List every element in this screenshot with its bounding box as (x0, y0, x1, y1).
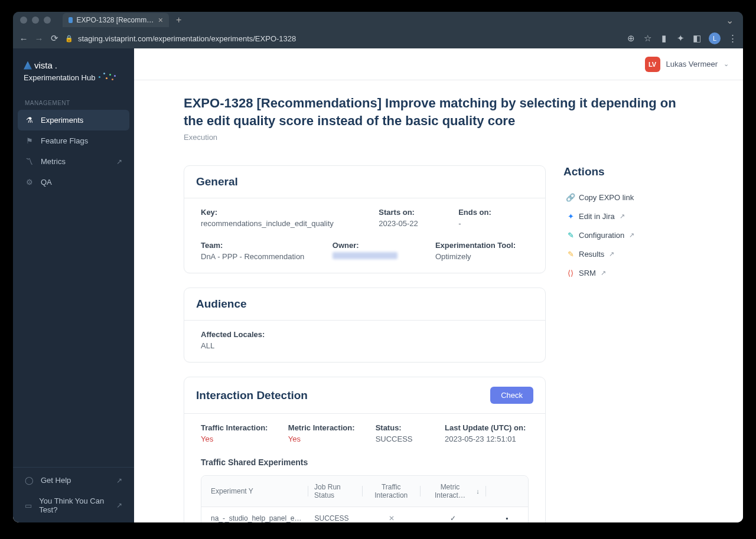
tabs-dropdown-icon[interactable]: ⌄ (726, 15, 734, 26)
nav-label: Metrics (41, 157, 66, 166)
external-link-icon: ↗ (116, 476, 122, 485)
chevron-down-icon[interactable]: ⌄ (724, 60, 729, 68)
main-content: LV Lukas Vermeer ⌄ EXPO-1328 [Recommenda… (134, 48, 743, 522)
url-bar[interactable]: 🔒 staging.vistaprint.com/experimentation… (65, 34, 620, 43)
sidebar-item-experiments[interactable]: ⚗ Experiments (18, 110, 129, 130)
browser-toolbar: ← → ⟳ 🔒 staging.vistaprint.com/experimen… (13, 28, 743, 48)
lock-icon: 🔒 (65, 35, 73, 43)
card-title: Audience (196, 298, 533, 311)
help-icon: ◯ (25, 476, 34, 485)
profile-avatar[interactable]: L (709, 32, 721, 44)
external-link-icon: ↗ (116, 158, 122, 166)
locales-label: Affected Locales: (201, 330, 529, 339)
logo[interactable]: vista. Experimentation Hub (13, 58, 134, 95)
th-experiment[interactable]: Experiment Y (201, 480, 308, 502)
cell-metric: ✓ (420, 507, 485, 522)
nav-label: Experiments (41, 116, 83, 125)
minimize-window[interactable] (32, 17, 39, 24)
link-icon: 🔗 (566, 192, 575, 202)
page-subtitle: Execution (184, 133, 693, 142)
browser-tab[interactable]: EXPO-1328 [Recommendation… × (63, 13, 169, 27)
external-link-icon: ↗ (116, 501, 122, 509)
metric-label: Metric Interaction: (288, 423, 366, 432)
back-button[interactable]: ← (19, 34, 28, 43)
bookmark-icon[interactable]: ☆ (643, 34, 652, 43)
locales-value: ALL (201, 341, 529, 350)
update-value: 2023-05-23 12:51:01 (445, 435, 529, 443)
page-title: EXPO-1328 [Recommendations] Improve matc… (184, 94, 693, 129)
th-traffic[interactable]: Traffic Interaction (363, 476, 420, 507)
window-titlebar: EXPO-1328 [Recommendation… × + ⌄ (13, 12, 743, 28)
owner-label: Owner: (333, 241, 426, 250)
table-header: Experiment Y Job Run Status Traffic Inte… (201, 476, 528, 507)
status-value: SUCCESS (376, 435, 435, 443)
new-tab-button[interactable]: + (176, 15, 181, 25)
sidepanel-icon[interactable]: ◧ (692, 34, 702, 43)
external-link-icon: ↗ (609, 250, 614, 258)
ends-value: - (458, 219, 529, 228)
th-actions (486, 484, 528, 498)
tabstrip: EXPO-1328 [Recommendation… × + (63, 13, 726, 27)
action-edit-jira[interactable]: ✦ Edit in Jira ↗ (563, 207, 693, 226)
interaction-card: Interaction Detection Check Traffic Inte… (184, 377, 546, 522)
install-icon[interactable]: ⊕ (626, 34, 636, 43)
flag-icon: ⚑ (25, 136, 34, 145)
audience-card: Audience Affected Locales: ALL (184, 288, 546, 362)
results-icon: ✎ (566, 249, 575, 259)
external-link-icon: ↗ (629, 231, 634, 239)
topbar: LV Lukas Vermeer ⌄ (134, 48, 743, 80)
sidebar-item-think-test[interactable]: ▭ You Think You Can Test? ↗ (13, 491, 134, 520)
sidebar-item-get-help[interactable]: ◯ Get Help ↗ (13, 470, 134, 491)
team-value: DnA - PPP - Recommendation (201, 252, 323, 261)
forward-button[interactable]: → (34, 34, 44, 43)
tool-label: Experimentation Tool: (435, 241, 529, 250)
action-results[interactable]: ✎ Results ↗ (563, 244, 693, 263)
close-tab-icon[interactable]: × (158, 15, 163, 25)
sidebar-item-qa[interactable]: ⚙ QA (13, 172, 134, 192)
tool-value: Optimizely (435, 252, 529, 261)
sidebar-item-metrics[interactable]: 〽 Metrics ↗ (13, 151, 134, 172)
extensions-icon[interactable]: ✦ (676, 34, 685, 43)
shared-experiments-heading: Traffic Shared Experiments (201, 458, 529, 467)
cell-experiment: na_-_studio_help_panel_experiment__ex… (201, 507, 308, 522)
actions-title: Actions (563, 165, 693, 178)
th-metric[interactable]: Metric Interact…↓ (421, 476, 485, 507)
close-window[interactable] (20, 17, 27, 24)
update-label: Last Update (UTC) on: (445, 423, 529, 432)
key-value: recommendations_include_edit_quality (201, 219, 369, 228)
tab-favicon (69, 17, 73, 23)
card-title: General (196, 175, 533, 188)
nav-label: You Think You Can Test? (39, 496, 109, 514)
tab-title: EXPO-1328 [Recommendation… (76, 16, 154, 24)
maximize-window[interactable] (44, 17, 51, 24)
menu-icon[interactable]: ⋮ (728, 34, 737, 43)
traffic-label: Traffic Interaction: (201, 423, 279, 432)
shared-experiments-table: Experiment Y Job Run Status Traffic Inte… (201, 475, 529, 522)
gear-icon: ⚙ (25, 178, 34, 187)
reload-button[interactable]: ⟳ (50, 34, 59, 43)
traffic-value: Yes (201, 435, 279, 443)
avatar[interactable]: LV (645, 57, 660, 72)
url-text: staging.vistaprint.com/experimentation/e… (78, 34, 296, 43)
status-label: Status: (376, 423, 435, 432)
th-job[interactable]: Job Run Status (308, 476, 362, 507)
logo-icon (24, 61, 32, 70)
starts-value: 2023-05-22 (379, 219, 449, 228)
sort-desc-icon: ↓ (476, 488, 480, 495)
action-srm[interactable]: ⟨⟩ SRM ↗ (563, 263, 693, 282)
sidebar-item-feature-flags[interactable]: ⚑ Feature Flags (13, 130, 134, 151)
config-icon: ✎ (566, 230, 575, 240)
sidebar: vista. Experimentation Hub MANAGEMENT ⚗ … (13, 48, 134, 522)
row-doc-icon[interactable]: ▪ (485, 507, 528, 522)
external-link-icon: ↗ (601, 269, 606, 277)
action-configuration[interactable]: ✎ Configuration ↗ (563, 226, 693, 244)
ends-label: Ends on: (458, 208, 529, 217)
owner-value (333, 252, 426, 261)
metric-value: Yes (288, 435, 366, 443)
check-button[interactable]: Check (490, 387, 533, 404)
flask-icon: ⚗ (25, 116, 34, 125)
chart-extension-icon[interactable]: ▮ (659, 34, 669, 43)
key-label: Key: (201, 208, 369, 217)
action-copy-link[interactable]: 🔗 Copy EXPO link (563, 188, 693, 207)
hub-dots-icon (97, 71, 119, 83)
